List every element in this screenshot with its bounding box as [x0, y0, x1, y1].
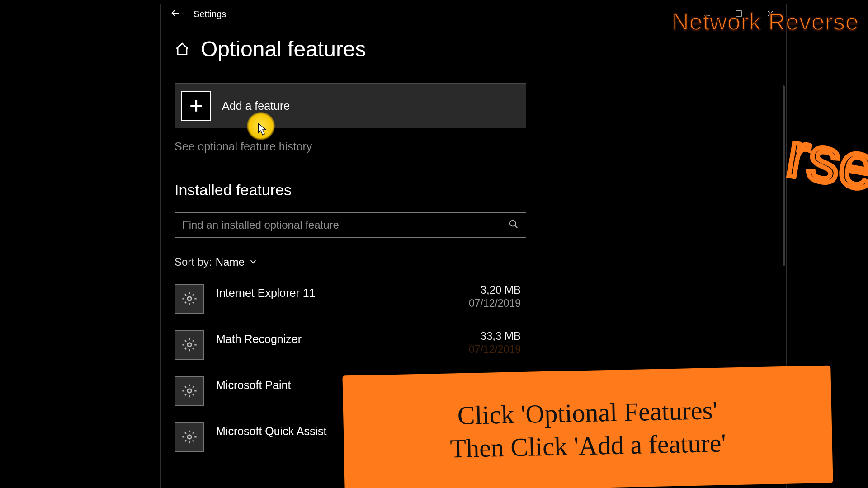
feature-name: Microsoft Paint	[216, 376, 291, 392]
feature-date: 07/12/2019	[469, 297, 521, 310]
gear-icon	[175, 422, 204, 452]
search-input[interactable]	[182, 219, 509, 231]
svg-point-2	[188, 297, 192, 301]
search-input-wrapper[interactable]	[175, 212, 526, 238]
sort-value: Name	[216, 256, 245, 268]
app-title: Settings	[193, 9, 226, 19]
back-button[interactable]	[164, 4, 185, 24]
callout-line-2: Then Click 'Add a feature'	[450, 428, 726, 464]
feature-item[interactable]: Math Recognizer 33,3 MB 07/12/2019	[175, 330, 526, 362]
gear-icon	[175, 376, 204, 406]
svg-point-3	[188, 343, 192, 347]
plus-icon	[181, 91, 211, 121]
sort-control[interactable]: Sort by: Name	[175, 256, 786, 268]
home-icon[interactable]	[175, 42, 190, 57]
svg-point-1	[510, 221, 516, 226]
installed-features-heading: Installed features	[175, 181, 786, 199]
feature-date: 07/12/2019	[469, 343, 521, 356]
feature-size: 3,20 MB	[469, 284, 521, 296]
feature-name: Math Recognizer	[216, 330, 302, 346]
callout-line-1: Click 'Optional Features'	[457, 395, 717, 431]
feature-item[interactable]: Internet Explorer 11 3,20 MB 07/12/2019	[175, 284, 526, 316]
instruction-callout: Click 'Optional Features' Then Click 'Ad…	[342, 366, 833, 488]
svg-point-5	[188, 435, 192, 439]
gear-icon	[175, 330, 204, 360]
feature-history-link[interactable]: See optional feature history	[175, 140, 786, 153]
chevron-down-icon	[249, 256, 257, 268]
add-feature-label: Add a feature	[222, 99, 290, 113]
feature-size: 33,3 MB	[469, 330, 521, 343]
svg-point-4	[188, 389, 192, 393]
feature-name: Microsoft Quick Assist	[216, 422, 327, 438]
watermark-corner-fragment: rse	[780, 118, 868, 217]
page-title: Optional features	[201, 37, 366, 61]
gear-icon	[175, 284, 204, 314]
sort-label: Sort by:	[175, 256, 212, 268]
feature-name: Internet Explorer 11	[216, 284, 316, 300]
search-icon	[509, 219, 519, 231]
add-feature-button[interactable]: Add a feature	[175, 83, 526, 128]
back-arrow-icon	[170, 8, 179, 20]
watermark-logo: Network Reverse	[672, 8, 859, 35]
